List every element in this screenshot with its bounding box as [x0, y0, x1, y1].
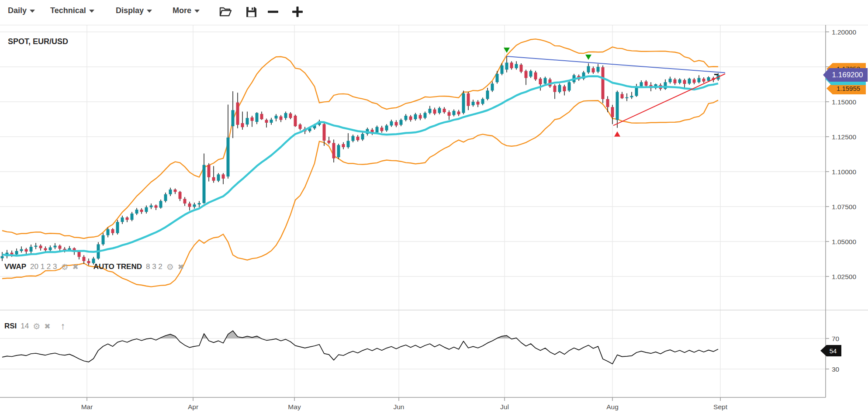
candle-body [107, 229, 110, 235]
menu-display-label: Display [116, 6, 144, 15]
candle-body [352, 136, 355, 141]
chevron-down-icon [194, 10, 200, 13]
candle-body [678, 79, 681, 83]
resistance-trendline [507, 56, 725, 72]
menu-display[interactable]: Display [116, 6, 152, 15]
menu-daily[interactable]: Daily [8, 6, 35, 15]
candle-body [275, 116, 278, 118]
month-label: Jun [394, 403, 405, 411]
candle-body [256, 113, 259, 122]
axes: 1.200001.150001.125001.100001.075001.050… [0, 25, 868, 411]
price-tick-label: 1.12500 [832, 133, 856, 141]
candle-body [145, 207, 148, 212]
candle-body [688, 79, 691, 83]
candle-body [328, 141, 331, 143]
menu-technical[interactable]: Technical [50, 6, 94, 15]
rsi-value: 54 [830, 347, 837, 355]
chevron-down-icon [147, 10, 152, 13]
close-icon[interactable]: ✖ [44, 323, 50, 330]
toolbar: Daily Technical Display More [0, 0, 868, 25]
rsi-pane[interactable] [2, 331, 718, 364]
price-chart-canvas[interactable]: 1.200001.150001.125001.100001.075001.050… [0, 0, 868, 414]
candle-body [443, 109, 446, 112]
candle-body [227, 138, 230, 176]
month-label: Sept [713, 403, 728, 411]
expand-arrow-icon[interactable]: ↑ [61, 321, 66, 331]
candle-body [30, 247, 33, 252]
open-folder-icon[interactable] [218, 3, 234, 20]
candle-body [356, 137, 360, 140]
candle-body [150, 205, 153, 207]
candle-body [121, 217, 124, 222]
menu-more[interactable]: More [173, 6, 200, 15]
candle-body [472, 102, 475, 105]
main-pane[interactable] [1, 39, 726, 286]
candle-body [457, 111, 460, 114]
candle-body [337, 145, 340, 157]
candle-body [212, 177, 215, 181]
price-tick-label: 1.07500 [832, 203, 856, 210]
gear-icon[interactable]: ⚙ [61, 263, 69, 271]
candle-body [385, 125, 388, 130]
candle-body [645, 82, 648, 86]
rsi-line [2, 331, 718, 364]
candle-body [702, 79, 705, 81]
buy-signal-marker [614, 131, 620, 137]
save-icon[interactable] [243, 3, 259, 20]
candle-body [20, 249, 23, 251]
candle-body [707, 77, 710, 81]
candle-body [515, 64, 518, 69]
candle-body [501, 66, 504, 74]
close-icon[interactable]: ✖ [178, 263, 184, 271]
close-icon[interactable]: ✖ [73, 263, 79, 271]
candle-body [198, 203, 201, 204]
gear-icon[interactable]: ⚙ [33, 322, 40, 331]
candle-body [236, 103, 239, 125]
price-tick-label: 1.15000 [832, 98, 856, 106]
zoom-out-icon[interactable] [265, 3, 281, 20]
candle-body [131, 214, 134, 220]
candle-body [395, 122, 398, 125]
candle-body [544, 78, 547, 84]
candle-body [241, 123, 244, 127]
zoom-in-icon[interactable] [289, 3, 306, 20]
chevron-down-icon [30, 10, 35, 13]
candle-body [467, 93, 470, 106]
candle-body [630, 96, 633, 97]
month-label: Apr [188, 403, 198, 411]
candle-body [429, 109, 432, 113]
lower-band-price-value: 1.15955 [837, 85, 860, 92]
candle-body [174, 190, 177, 192]
candle-body [448, 112, 451, 116]
candle-body [332, 143, 335, 158]
menu-more-label: More [173, 6, 191, 15]
candle-body [222, 174, 225, 179]
candle-body [102, 235, 105, 245]
upper-band-line [2, 39, 718, 238]
candle-body [207, 165, 211, 177]
candle-body [10, 253, 14, 255]
candle-body [390, 121, 393, 126]
candle-body [553, 86, 557, 92]
current-bar-marker [714, 74, 718, 75]
rsi-tick-label: 30 [832, 366, 840, 373]
candle-body [424, 113, 427, 118]
candle-body [683, 80, 686, 84]
candle-body [433, 110, 436, 114]
candle-body [78, 252, 81, 257]
last-price-value: 1.169200 [832, 71, 863, 79]
candle-body [698, 78, 701, 83]
candle-body [674, 79, 677, 83]
candle-body [44, 248, 47, 250]
candle-body [664, 82, 667, 89]
month-label: Mar [81, 403, 93, 411]
candle-body [270, 120, 273, 123]
price-tick-label: 1.02500 [832, 273, 856, 280]
candle-body [246, 118, 249, 124]
candle-body [155, 205, 158, 207]
candle-body [25, 249, 28, 252]
candle-body [462, 93, 465, 113]
candle-body [419, 115, 422, 118]
candle-body [496, 74, 499, 82]
gear-icon[interactable]: ⚙ [166, 263, 174, 271]
